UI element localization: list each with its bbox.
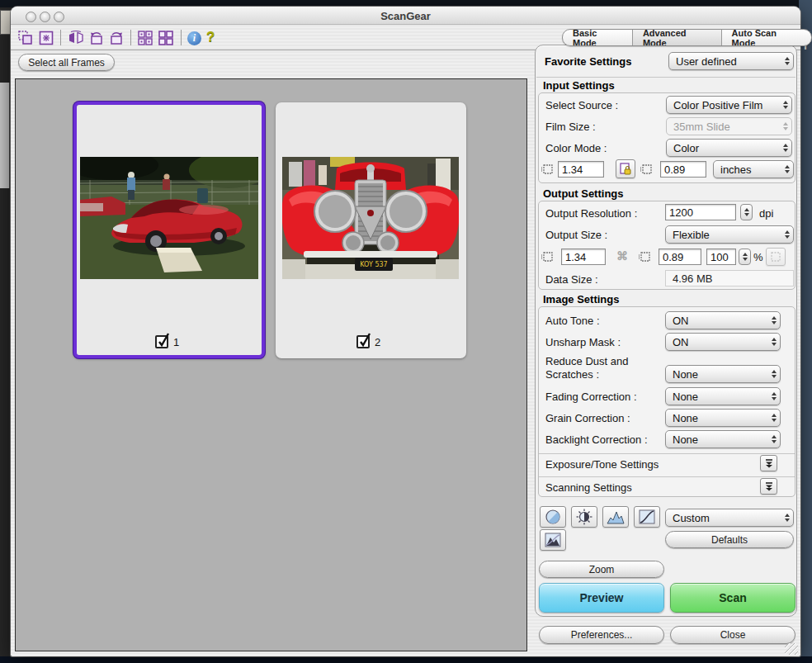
grain-correction-value: None: [673, 412, 698, 424]
grain-correction-popup[interactable]: None: [665, 409, 781, 427]
backlight-correction-label: Backlight Correction :: [545, 433, 648, 446]
popup-arrows-icon: [783, 101, 788, 109]
output-resolution-label: Output Resolution :: [545, 207, 637, 220]
popup-arrows-icon: [772, 338, 777, 346]
film-size-value: 35mm Slide: [673, 121, 730, 133]
auto-tone-popup[interactable]: ON: [665, 311, 781, 329]
output-size-popup[interactable]: Flexible: [665, 225, 794, 244]
frames-pattern-icon[interactable]: [137, 30, 153, 46]
favorite-settings-popup[interactable]: User defined: [668, 52, 794, 70]
units-popup[interactable]: inches: [713, 160, 794, 178]
popup-arrows-icon: [785, 230, 790, 239]
unsharp-mask-value: ON: [673, 336, 689, 348]
rotate-right-icon[interactable]: [108, 30, 125, 46]
popup-arrows-icon: [785, 57, 790, 65]
thumbnail-view-icon[interactable]: [17, 30, 34, 46]
unsharp-mask-label: Unsharp Mask :: [545, 336, 621, 348]
tone-preset-popup[interactable]: Custom: [665, 509, 794, 527]
backlight-correction-value: None: [673, 433, 698, 446]
row-divider: [539, 453, 795, 454]
color-mode-popup[interactable]: Color: [666, 139, 792, 157]
preferences-button[interactable]: Preferences...: [539, 626, 664, 644]
tone-curve-button[interactable]: [634, 506, 660, 528]
input-width-field[interactable]: [558, 161, 604, 178]
fading-correction-popup[interactable]: None: [665, 387, 781, 405]
saturation-button[interactable]: [540, 506, 566, 528]
frame-2-number: 2: [375, 336, 380, 348]
data-size-label: Data Size :: [545, 273, 598, 286]
output-height-icon: [639, 252, 650, 262]
popup-arrows-icon: [772, 370, 777, 378]
help-icon[interactable]: ?: [206, 29, 220, 45]
output-height-field[interactable]: [659, 249, 701, 265]
color-mode-value: Color: [673, 142, 699, 154]
histogram-button[interactable]: [602, 506, 629, 528]
crop-lock-button[interactable]: [616, 159, 635, 178]
output-resolution-field[interactable]: [665, 204, 736, 220]
tone-preset-value: Custom: [673, 512, 710, 524]
final-review-button[interactable]: [540, 529, 566, 551]
frame-2-check-row: 2: [356, 335, 380, 348]
row-divider: [539, 476, 795, 477]
zoom-button[interactable]: Zoom: [539, 561, 664, 578]
select-source-popup[interactable]: Color Positive Film: [666, 96, 792, 114]
popup-arrows-icon: [785, 165, 790, 173]
reduce-dust-popup[interactable]: None: [665, 365, 781, 383]
scan-button[interactable]: Scan: [670, 583, 795, 613]
input-settings-header: Input Settings: [543, 79, 615, 92]
screen: T ScanGear: [0, 0, 812, 663]
frame-1-check-row: 1: [155, 335, 179, 348]
select-source-label: Select Source :: [545, 99, 618, 111]
popup-arrows-icon: [772, 316, 777, 324]
input-height-field[interactable]: [660, 161, 706, 178]
dpi-label: dpi: [759, 207, 773, 220]
scanning-settings-label: Scanning Settings: [545, 481, 632, 494]
image-settings-header: Image Settings: [543, 293, 619, 305]
scanning-settings-disclosure-button[interactable]: [760, 478, 777, 495]
close-button[interactable]: Close: [670, 626, 795, 644]
reduce-dust-value: None: [673, 368, 698, 381]
section-divider: [536, 77, 795, 78]
info-icon[interactable]: i: [187, 31, 201, 45]
frame-2-checkbox[interactable]: [356, 335, 370, 348]
mirror-icon[interactable]: [68, 30, 84, 46]
desktop-strip-bottom: [0, 656, 812, 663]
adjust-crop-button: [766, 248, 786, 266]
toolbar-separator: [181, 30, 182, 45]
percent-label: %: [753, 251, 763, 263]
toolbar-separator: [130, 30, 131, 45]
unsharp-mask-popup[interactable]: ON: [665, 333, 781, 351]
frame-1-checkbox[interactable]: [155, 335, 168, 348]
output-scale-field[interactable]: [706, 249, 736, 265]
select-all-frames-button[interactable]: Select all Frames: [18, 54, 115, 71]
fading-correction-value: None: [673, 391, 698, 403]
output-width-field[interactable]: [561, 249, 606, 265]
auto-tone-label: Auto Tone :: [545, 315, 600, 327]
desktop-strip-right: [799, 0, 812, 663]
popup-arrows-icon: [783, 144, 788, 152]
rotate-left-icon[interactable]: [88, 30, 105, 46]
backlight-correction-popup[interactable]: None: [665, 430, 781, 448]
size-link-icon: ⌘: [616, 249, 628, 263]
output-size-value: Flexible: [673, 229, 710, 241]
brightness-contrast-button[interactable]: [571, 506, 597, 528]
film-frame-icon[interactable]: [38, 30, 54, 46]
film-size-label: Film Size :: [545, 121, 596, 133]
tab-advanced-mode[interactable]: Advanced Mode: [632, 30, 721, 45]
auto-tone-value: ON: [673, 315, 689, 327]
reduce-dust-label-line1: Reduce Dust and: [545, 355, 628, 367]
tab-auto-scan-mode[interactable]: Auto Scan Mode: [721, 30, 811, 45]
reduce-dust-label-line2: Scratches :: [545, 368, 599, 381]
select-source-value: Color Positive Film: [673, 99, 762, 111]
preview-button[interactable]: Preview: [539, 583, 664, 613]
mode-tabs: Basic Mode Advanced Mode Auto Scan Mode: [562, 29, 812, 46]
frames-icon[interactable]: [158, 30, 174, 46]
resize-grip[interactable]: [785, 643, 798, 655]
scale-stepper[interactable]: [739, 249, 751, 265]
resolution-stepper[interactable]: [740, 204, 753, 220]
exposure-tone-disclosure-button[interactable]: [760, 455, 777, 471]
tab-basic-mode[interactable]: Basic Mode: [563, 30, 632, 45]
favorite-settings-label: Favorite Settings: [545, 55, 631, 68]
defaults-button[interactable]: Defaults: [665, 531, 794, 548]
popup-arrows-icon: [772, 435, 777, 443]
